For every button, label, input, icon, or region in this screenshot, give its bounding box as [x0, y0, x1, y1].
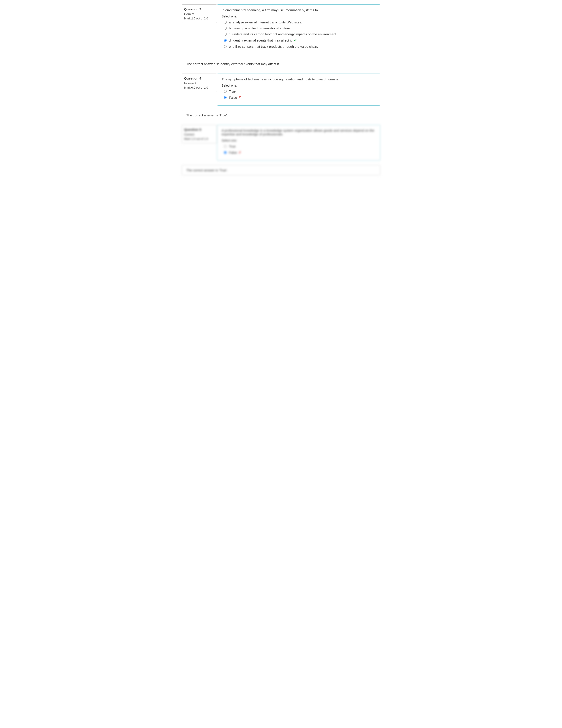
option-label-q3e: e. utilize sensors that track products t… [229, 45, 318, 48]
question-main-4: The symptoms of technostress include agg… [217, 74, 380, 106]
option-item-q3a: a. analyze external Internet traffic to … [224, 20, 376, 24]
option-label-q5f: False [229, 151, 237, 154]
options-list-5: TrueFalse✗ [224, 144, 376, 155]
option-item-q3d: d. identify external events that may aff… [224, 38, 376, 42]
question-sidebar-5: Question 5CorrectMark 1.0 out of 1.0 [182, 125, 217, 143]
radio-q3e[interactable] [224, 45, 227, 48]
option-label-q5t: True [229, 144, 236, 148]
option-item-q4f: False✗ [224, 95, 376, 100]
options-list-3: a. analyze external Internet traffic to … [224, 20, 376, 48]
radio-q4t[interactable] [224, 90, 227, 93]
question-sidebar-3: Question 3CorrectMark 2.0 out of 2.0 [182, 4, 217, 23]
question-number-4: Question 4 [184, 76, 215, 80]
incorrect-crossmark-icon: ✗ [239, 150, 241, 155]
radio-q3a[interactable] [224, 21, 227, 24]
select-one-label-3: Select one: [222, 15, 376, 18]
correct-answer-block-5: The correct answer is 'True'. [182, 165, 380, 175]
select-one-label-4: Select one: [222, 84, 376, 87]
question-block-5: Question 5CorrectMark 1.0 out of 1.0A pr… [182, 125, 380, 161]
question-number-3: Question 3 [184, 7, 215, 11]
correct-answer-block-4: The correct answer is 'True'. [182, 110, 380, 120]
question-mark-3: Mark 2.0 out of 2.0 [184, 17, 215, 20]
radio-q3b[interactable] [224, 27, 227, 30]
radio-q5f[interactable] [224, 151, 227, 154]
question-block-3: Question 3CorrectMark 2.0 out of 2.0In e… [182, 4, 380, 54]
radio-q4f[interactable] [224, 96, 227, 99]
option-item-q5t: True [224, 144, 376, 148]
question-status-4: Incorrect [184, 82, 215, 85]
option-item-q3c: c. understand its carbon footprint and e… [224, 32, 376, 36]
radio-q5t[interactable] [224, 145, 227, 148]
question-main-3: In environmental scanning, a firm may us… [217, 4, 380, 54]
correct-checkmark-icon: ✔ [294, 38, 297, 42]
option-item-q3e: e. utilize sensors that track products t… [224, 45, 376, 48]
option-item-q3b: b. develop a unified organizational cult… [224, 26, 376, 30]
option-label-q4f: False [229, 96, 237, 99]
question-text-4: The symptoms of technostress include agg… [222, 77, 376, 81]
question-status-3: Correct [184, 12, 215, 16]
select-one-label-5: Select one: [222, 139, 376, 142]
question-mark-4: Mark 0.0 out of 1.0 [184, 86, 215, 89]
radio-q3c[interactable] [224, 33, 227, 36]
option-item-q4t: True [224, 89, 376, 93]
radio-q3d[interactable] [224, 39, 227, 42]
option-label-q3a: a. analyze external Internet traffic to … [229, 20, 302, 24]
incorrect-crossmark-icon: ✗ [239, 95, 241, 100]
options-list-4: TrueFalse✗ [224, 89, 376, 100]
question-block-4: Question 4IncorrectMark 0.0 out of 1.0Th… [182, 74, 380, 106]
option-label-q3d: d. identify external events that may aff… [229, 38, 292, 42]
correct-answer-block-3: The correct answer is: identify external… [182, 59, 380, 69]
option-item-q5f: False✗ [224, 150, 376, 155]
question-text-5: A professional knowledge in a knowledge … [222, 129, 376, 136]
question-number-5: Question 5 [184, 128, 215, 131]
question-status-5: Correct [184, 133, 215, 136]
quiz-container: Question 3CorrectMark 2.0 out of 2.0In e… [182, 4, 380, 175]
option-label-q3c: c. understand its carbon footprint and e… [229, 32, 337, 36]
option-label-q3b: b. develop a unified organizational cult… [229, 26, 291, 30]
question-main-5: A professional knowledge in a knowledge … [217, 125, 380, 161]
question-text-3: In environmental scanning, a firm may us… [222, 8, 376, 12]
option-label-q4t: True [229, 89, 236, 93]
question-sidebar-4: Question 4IncorrectMark 0.0 out of 1.0 [182, 74, 217, 92]
question-mark-5: Mark 1.0 out of 1.0 [184, 137, 215, 140]
